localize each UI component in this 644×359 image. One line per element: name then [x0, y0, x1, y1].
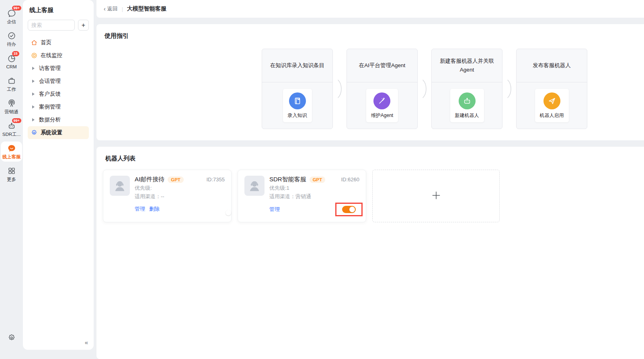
- rail-item-label: 企信: [7, 19, 16, 25]
- rail-item-marketing[interactable]: 营销通: [1, 96, 22, 117]
- guide-step-title: 在知识库录入知识条目: [262, 49, 332, 82]
- robot-card: AI邮件接待 GPT ID:7355 优先级: 适用渠道：-- 管理 删除: [103, 170, 232, 222]
- back-label: 返回: [107, 5, 118, 12]
- sidebar-item-analytics[interactable]: 数据分析: [28, 113, 89, 126]
- send-icon: [544, 92, 560, 109]
- robot-channel: 适用渠道：--: [135, 193, 225, 200]
- rail-item-crm[interactable]: 15 CRM: [1, 51, 22, 72]
- robot-icon: [459, 92, 476, 109]
- guide-step-card: 在知识库录入知识条目 录入知识: [262, 49, 333, 129]
- robot-name: SDR智能客服: [269, 176, 306, 183]
- sidebar-item-label: 系统设置: [41, 129, 62, 136]
- guide-step-title: 在AI平台管理Agent: [347, 49, 417, 82]
- sidebar-item-feedback[interactable]: 客户反馈: [28, 88, 89, 101]
- chevron-right-icon: [507, 78, 512, 100]
- toggle-knob: [349, 207, 355, 212]
- maintain-agent-button[interactable]: 维护Agent: [366, 89, 398, 122]
- badge: 99+: [12, 118, 21, 123]
- expand-arrow-icon: [32, 118, 35, 121]
- sidebar-item-label: 首页: [41, 39, 51, 46]
- rail-item-label: 线上客服: [2, 154, 21, 160]
- wand-icon: [373, 92, 390, 109]
- robot-avatar: [110, 176, 130, 196]
- create-robot-button[interactable]: 新建机器人: [450, 89, 484, 122]
- rail-item-work[interactable]: 工作: [1, 74, 22, 94]
- robot-enable-toggle[interactable]: [342, 206, 356, 213]
- sidebar-item-label: 会话管理: [39, 78, 61, 85]
- sidebar-item-label: 在线监控: [41, 52, 62, 59]
- sidebar-item-monitor[interactable]: 在线监控: [28, 49, 89, 62]
- rail-item-label: 更多: [7, 176, 16, 183]
- chevron-right-icon: [337, 78, 343, 100]
- robot-cards-row: AI邮件接待 GPT ID:7355 优先级: 适用渠道：-- 管理 删除: [103, 170, 638, 222]
- add-button[interactable]: +: [78, 20, 89, 31]
- rail-item-qixin[interactable]: 99+ 企信: [1, 6, 22, 27]
- search-input[interactable]: [28, 20, 75, 31]
- guide-action-label: 维护Agent: [371, 112, 393, 119]
- briefcase-icon: [7, 76, 16, 86]
- rail-item-sdr[interactable]: 99+ SDR工...: [1, 119, 22, 139]
- breadcrumb-divider: |: [122, 6, 123, 12]
- enable-robot-button[interactable]: 机器人启用: [535, 89, 569, 122]
- back-chevron-icon: ‹: [104, 6, 106, 12]
- enter-knowledge-button[interactable]: 录入知识: [283, 89, 312, 122]
- home-icon: [31, 39, 37, 46]
- badge: 99+: [12, 6, 21, 11]
- sidebar-item-label: 客户反馈: [39, 90, 61, 98]
- broadcast-icon: [7, 98, 16, 108]
- main-area: ‹ 返回 | 大模型智能客服 使用指引 在知识库录入知识条目 录入知识: [96, 0, 644, 359]
- usage-guide-panel: 使用指引 在知识库录入知识条目 录入知识 在AI平台管理Agent: [96, 24, 644, 140]
- settings-gear-icon[interactable]: [8, 334, 16, 343]
- rail-item-label: 工作: [7, 86, 16, 92]
- gpt-badge: GPT: [168, 176, 184, 183]
- rail-item-label: 营销通: [4, 109, 18, 115]
- guide-action-label: 机器人启用: [540, 112, 564, 119]
- gpt-badge: GPT: [310, 176, 326, 183]
- expand-arrow-icon: [32, 92, 35, 96]
- manage-link[interactable]: 管理: [269, 206, 280, 213]
- delete-link[interactable]: 删除: [149, 205, 160, 213]
- rail-item-more[interactable]: 更多: [1, 164, 22, 184]
- robot-name: AI邮件接待: [135, 176, 164, 183]
- expand-arrow-icon: [32, 80, 35, 83]
- rail-item-label: 待办: [7, 41, 16, 47]
- rail-item-todo[interactable]: 待办: [1, 29, 22, 49]
- chat-icon: 99+: [7, 8, 16, 18]
- guide-steps-row: 在知识库录入知识条目 录入知识 在AI平台管理Agent: [105, 49, 644, 129]
- plus-icon: [431, 190, 441, 202]
- rail-item-online-service[interactable]: 线上客服: [1, 142, 22, 162]
- page-header: ‹ 返回 | 大模型智能客服: [96, 0, 644, 18]
- rail-item-label: CRM: [6, 64, 16, 69]
- sidebar-item-cases[interactable]: 案例管理: [28, 101, 89, 113]
- robot-list-panel: 机器人列表 AI邮件接待 GPT ID:7355 优先级: 适用渠道：--: [96, 147, 644, 359]
- guide-step-card: 新建客服机器人并关联Agent 新建机器人: [431, 49, 502, 129]
- usage-guide-heading: 使用指引: [105, 32, 644, 40]
- chevron-right-icon: [422, 78, 427, 100]
- guide-step-card: 发布客服机器人 机器人启用: [516, 49, 587, 129]
- robot-id: ID:6260: [341, 176, 359, 183]
- add-robot-button[interactable]: [372, 170, 500, 222]
- sidebar-menu: 首页 在线监控 访客管理 会话管理 客户反馈 案例管理 数据分析: [28, 36, 89, 139]
- app-rail: 99+ 企信 待办 15 CRM 工作 营销通 99+ SDR工...: [0, 0, 23, 359]
- sidebar-item-label: 数据分析: [39, 116, 61, 123]
- guide-step-card: 在AI平台管理Agent 维护Agent: [347, 49, 418, 129]
- collapse-sidebar-icon[interactable]: «: [85, 339, 88, 346]
- toggle-knob: [226, 210, 231, 215]
- sidebar-item-sessions[interactable]: 会话管理: [28, 75, 89, 88]
- robot-priority: 优先级:: [135, 185, 225, 192]
- todo-check-icon: [7, 31, 16, 41]
- annotation-highlight-box: [335, 203, 363, 216]
- sidebar-item-settings[interactable]: 系统设置: [28, 126, 89, 139]
- sidebar-item-home[interactable]: 首页: [28, 36, 89, 49]
- back-button[interactable]: ‹ 返回: [104, 5, 118, 12]
- robot-list-heading: 机器人列表: [105, 155, 638, 162]
- expand-arrow-icon: [32, 67, 35, 70]
- robot-icon: 99+: [7, 121, 16, 131]
- guide-step-title: 发布客服机器人: [517, 49, 587, 82]
- robot-card: SDR智能客服 GPT ID:6260 优先级:1 适用渠道：营销通 管理: [238, 170, 366, 222]
- guide-step-title: 新建客服机器人并关联Agent: [432, 49, 502, 82]
- sidebar-item-visitors[interactable]: 访客管理: [28, 62, 89, 75]
- rail-item-label: SDR工...: [2, 131, 21, 137]
- manage-link[interactable]: 管理: [135, 205, 145, 213]
- robot-channel: 适用渠道：营销通: [269, 193, 359, 200]
